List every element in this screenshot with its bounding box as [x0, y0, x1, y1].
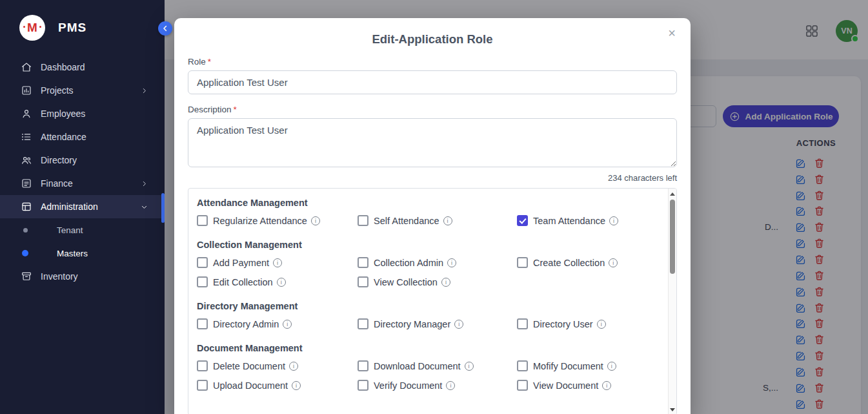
permission-group: Attendance Management Regularize Attenda… — [197, 198, 655, 226]
permission-label: Directory User — [533, 319, 593, 329]
sidebar-subitem-label: Tenant — [57, 225, 83, 235]
permission-group: Collection Management Add Payment i Coll… — [197, 240, 655, 287]
checkbox-icon[interactable] — [358, 276, 368, 287]
sidebar-item-attendance[interactable]: Attendance — [0, 125, 165, 149]
info-icon[interactable]: i — [283, 320, 292, 329]
permission-create-collection[interactable]: Create Collection i — [517, 257, 655, 268]
description-textarea[interactable]: Application Test User — [188, 118, 677, 167]
scroll-down-icon[interactable] — [669, 405, 676, 414]
info-icon[interactable]: i — [277, 278, 286, 287]
info-icon[interactable]: i — [292, 381, 301, 390]
permission-add-payment[interactable]: Add Payment i — [197, 257, 358, 268]
info-icon[interactable]: i — [289, 362, 298, 371]
checkbox-icon[interactable] — [358, 257, 368, 268]
bullet-icon — [22, 250, 28, 256]
permission-grid: Directory Admin i Directory Manager i Di… — [197, 318, 655, 329]
info-icon[interactable]: i — [465, 362, 474, 371]
permission-group-title: Collection Management — [197, 240, 655, 250]
permission-verify-document[interactable]: Verify Document i — [358, 380, 517, 391]
checkbox-icon[interactable] — [358, 380, 368, 391]
permission-label: View Collection — [374, 277, 438, 287]
permission-label: Delete Document — [213, 361, 285, 371]
description-field-label: Description* — [188, 105, 677, 114]
permission-directory-manager[interactable]: Directory Manager i — [358, 318, 517, 329]
home-icon — [21, 61, 32, 73]
sidebar-item-label: Attendance — [41, 132, 149, 142]
permission-delete-document[interactable]: Delete Document i — [197, 360, 358, 371]
sidebar-item-finance[interactable]: Finance — [0, 172, 165, 195]
permission-label: Directory Manager — [374, 319, 450, 329]
info-icon[interactable]: i — [607, 362, 616, 371]
sidebar-item-dashboard[interactable]: Dashboard — [0, 56, 165, 79]
checkbox-icon[interactable] — [517, 215, 528, 226]
checkbox-icon[interactable] — [358, 360, 368, 371]
checkbox-icon[interactable] — [517, 257, 528, 268]
sidebar-collapse-button[interactable] — [158, 21, 172, 36]
checkbox-icon[interactable] — [517, 380, 528, 391]
permission-view-collection[interactable]: View Collection i — [358, 276, 517, 287]
info-icon[interactable]: i — [273, 258, 282, 267]
info-icon[interactable]: i — [597, 320, 606, 329]
permission-group-title: Document Management — [197, 343, 655, 353]
checkbox-icon[interactable] — [197, 318, 208, 329]
permission-label: Team Attendance — [533, 216, 605, 226]
permission-collection-admin[interactable]: Collection Admin i — [358, 257, 517, 268]
permission-download-document[interactable]: Download Document i — [358, 360, 517, 371]
permission-regularize-attendance[interactable]: Regularize Attendance i — [197, 215, 358, 226]
info-icon[interactable]: i — [311, 216, 320, 225]
sidebar-item-projects[interactable]: Projects — [0, 79, 165, 102]
scrollbar-thumb[interactable] — [670, 200, 675, 274]
checkbox-icon[interactable] — [358, 318, 368, 329]
info-icon[interactable]: i — [609, 258, 618, 267]
permission-directory-admin[interactable]: Directory Admin i — [197, 318, 358, 329]
sidebar-item-label: Finance — [41, 178, 139, 189]
info-icon[interactable]: i — [602, 381, 611, 390]
sidebar-nav: Dashboard Projects Employees Attendance … — [0, 56, 165, 288]
close-icon[interactable]: × — [662, 23, 681, 43]
permission-self-attendance[interactable]: Self Attendance i — [358, 215, 517, 226]
checkbox-icon[interactable] — [197, 380, 208, 391]
sidebar-subitem-masters[interactable]: Masters — [0, 242, 165, 265]
permission-edit-collection[interactable]: Edit Collection i — [197, 276, 358, 287]
required-marker: * — [208, 57, 211, 67]
checkbox-icon[interactable] — [197, 276, 208, 287]
characters-left-counter: 234 characters left — [188, 173, 677, 183]
sidebar-item-label: Directory — [41, 155, 149, 165]
checkbox-icon[interactable] — [517, 318, 528, 329]
permissions-panel: Attendance Management Regularize Attenda… — [188, 188, 677, 414]
checkbox-icon[interactable] — [197, 360, 208, 371]
permissions-scrollbar[interactable] — [668, 189, 676, 414]
checkbox-icon[interactable] — [358, 215, 368, 226]
app-root: M PMS Dashboard Projects Employees Atten… — [0, 0, 868, 414]
info-icon[interactable]: i — [609, 216, 618, 225]
permission-upload-document[interactable]: Upload Document i — [197, 380, 358, 391]
info-icon[interactable]: i — [441, 278, 450, 287]
permission-group-title: Attendance Management — [197, 198, 655, 208]
sidebar: M PMS Dashboard Projects Employees Atten… — [0, 0, 165, 414]
scroll-up-icon[interactable] — [669, 189, 676, 198]
role-input[interactable] — [188, 70, 677, 94]
permission-view-document[interactable]: View Document i — [517, 380, 655, 391]
permission-mofify-document[interactable]: Mofify Document i — [517, 360, 655, 371]
sidebar-item-administration[interactable]: Administration — [0, 195, 165, 218]
sidebar-item-label: Projects — [41, 85, 139, 96]
role-field-label: Role* — [188, 57, 677, 67]
permission-team-attendance[interactable]: Team Attendance i — [517, 215, 655, 226]
chevron-left-icon — [160, 23, 170, 34]
info-icon[interactable]: i — [446, 381, 455, 390]
sidebar-item-employees[interactable]: Employees — [0, 102, 165, 125]
checkbox-icon[interactable] — [517, 360, 528, 371]
checkbox-icon[interactable] — [197, 215, 208, 226]
sidebar-item-inventory[interactable]: Inventory — [0, 265, 165, 288]
info-icon[interactable]: i — [443, 216, 452, 225]
logo-letter: M — [27, 21, 37, 35]
checkbox-icon[interactable] — [197, 257, 208, 268]
permission-grid: Add Payment i Collection Admin i Create … — [197, 257, 655, 287]
info-icon[interactable]: i — [454, 320, 463, 329]
permission-directory-user[interactable]: Directory User i — [517, 318, 655, 329]
sidebar-item-directory[interactable]: Directory — [0, 149, 165, 172]
sidebar-subitem-tenant[interactable]: Tenant — [0, 218, 165, 242]
info-icon[interactable]: i — [447, 258, 456, 267]
permission-label: Download Document — [374, 361, 461, 371]
permission-label: Add Payment — [213, 258, 269, 268]
